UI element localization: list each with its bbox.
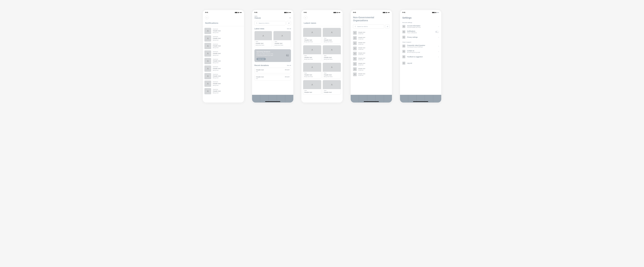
see-all-link[interactable]: See all — [287, 28, 291, 29]
notification-row[interactable]: Small text Header text Body text — [204, 43, 242, 49]
section-recent-donations: Recent donations — [254, 64, 269, 66]
donation-item[interactable]: Header text Date Amount — [254, 75, 291, 80]
donation-item[interactable]: Header text Date Amount — [254, 68, 291, 73]
news-image — [274, 31, 291, 40]
ngo-row[interactable]: Header text Small text — [353, 62, 390, 66]
news-header: Header text — [304, 39, 320, 41]
filter-button[interactable] — [286, 21, 291, 25]
notification-row[interactable]: Small text Header text Body text — [204, 35, 242, 41]
news-time: Time — [324, 72, 340, 74]
notification-body: Body text — [213, 54, 221, 56]
filter-button[interactable] — [385, 24, 390, 29]
search-input[interactable]: Search for NGO's — [353, 24, 384, 29]
ngo-row[interactable]: Header text Small text — [353, 72, 390, 76]
tab-1[interactable] — [400, 95, 408, 102]
news-card[interactable]: Time Header text Body text here — [303, 63, 321, 79]
news-image — [323, 63, 341, 72]
status-time: 9:41 — [254, 11, 258, 13]
notification-body: Body text — [213, 92, 221, 94]
notification-small: Small text — [213, 66, 221, 67]
ngo-row[interactable]: Header text Small text — [353, 41, 390, 45]
person-icon — [204, 35, 211, 41]
notification-body: Body text — [213, 47, 221, 48]
news-header: Header text — [304, 91, 320, 93]
news-image — [303, 28, 321, 37]
bell-icon[interactable] — [289, 17, 291, 19]
row-account-information[interactable]: Account information Personal details and… — [402, 25, 439, 28]
news-body: Body text here — [274, 44, 290, 46]
news-time: Time — [256, 41, 271, 42]
news-header: Header text — [274, 42, 290, 44]
chevron-right-icon: › — [438, 26, 439, 27]
notifications-toggle[interactable] — [435, 31, 439, 33]
person-icon — [204, 50, 211, 57]
notification-row[interactable]: Small text Header text Body text — [204, 50, 242, 57]
notification-row[interactable]: Small text Header text Body text — [204, 65, 242, 72]
ngo-small: Small text — [358, 69, 365, 71]
status-time: 9:41 — [402, 11, 405, 13]
person-icon — [204, 58, 211, 64]
donation-header: Header text — [256, 69, 264, 71]
news-body: Body text here — [304, 58, 320, 60]
back-button[interactable]: ← — [205, 16, 209, 19]
notification-row[interactable]: Small text Header text Body text — [204, 28, 242, 34]
news-image — [303, 80, 321, 89]
page-title: Settings — [402, 16, 439, 19]
search-input[interactable]: Search for NGO's — [254, 21, 286, 25]
notification-row[interactable]: Small text Header text Body text — [204, 73, 242, 79]
tab-1[interactable] — [252, 95, 260, 102]
row-faq[interactable]: Frequently Asked Question Find answers a… — [402, 44, 439, 47]
notification-row[interactable]: Small text Header text Body text — [204, 81, 242, 87]
ngo-row[interactable]: Header text Small text — [353, 36, 390, 40]
news-card[interactable]: Time Header text Body text here — [323, 63, 341, 79]
see-all-link[interactable]: See all — [287, 65, 291, 66]
ngo-row[interactable]: Header text Small text — [353, 67, 390, 71]
row-privacy[interactable]: Privacy settings › — [402, 36, 439, 39]
battery-icon: ▰▰ — [338, 12, 340, 13]
row-contact[interactable]: Contact us We will respond by email › — [402, 50, 439, 53]
news-card[interactable]: Time Header text — [323, 80, 341, 95]
ngo-small: Small text — [358, 64, 365, 65]
ngo-row[interactable]: Header text Small text — [353, 31, 390, 35]
search-icon — [256, 22, 258, 24]
notification-small: Small text — [213, 89, 221, 90]
notification-body: Body text — [213, 32, 221, 33]
statusbar: 9:41 ▮▮▮▮ ◉ ▰▰ — [301, 11, 343, 14]
notification-body: Body text — [213, 77, 221, 79]
tab-5[interactable] — [384, 95, 392, 102]
statusbar: 9:41 ▮▮▮▮ ◉ ▰▰ — [252, 11, 293, 14]
news-card[interactable]: Time Header text Body text here — [323, 28, 341, 44]
notification-row[interactable]: Small text Header text Body text — [204, 88, 242, 94]
row-notifications[interactable]: Notifications Pause notifications — [402, 30, 439, 33]
notification-header: Header text — [213, 75, 221, 77]
person-icon — [402, 62, 405, 65]
news-header: Header text — [324, 74, 340, 76]
news-time: Time — [304, 72, 320, 74]
person-icon — [353, 57, 357, 61]
news-card[interactable]: Time Header text Body text here — [273, 31, 291, 47]
notification-header: Header text — [213, 53, 221, 54]
tab-5[interactable] — [433, 95, 441, 102]
ngo-row[interactable]: Header text Small text — [353, 52, 390, 55]
ngo-row[interactable]: Header text Small text — [353, 57, 390, 61]
news-card[interactable]: Time Header text Body text here — [254, 31, 272, 47]
ngo-row[interactable]: Header text Small text — [353, 46, 390, 50]
tab-5[interactable] — [285, 95, 293, 102]
tab-1[interactable] — [351, 95, 359, 102]
news-card[interactable]: Time Header text Body text here — [303, 45, 321, 61]
banner-button[interactable]: Button here — [256, 58, 266, 60]
notification-body: Body text — [213, 85, 221, 86]
search-icon — [354, 26, 356, 27]
news-card[interactable]: Time Header text — [303, 80, 321, 95]
news-card[interactable]: Time Header text Body text here — [303, 28, 321, 44]
donation-header: Header text — [256, 76, 264, 78]
news-image — [323, 80, 341, 89]
news-body: Body text here — [304, 41, 320, 42]
row-feedback[interactable]: Feedback & suggestion › — [402, 55, 439, 58]
notification-row[interactable]: Small text Header text Body text — [204, 58, 242, 64]
row-logout[interactable]: Log out — [402, 62, 439, 65]
back-button[interactable]: ← — [304, 16, 308, 19]
news-image — [323, 45, 341, 54]
news-card[interactable]: Time Header text Body text here — [323, 45, 341, 61]
ngo-header: Header text — [358, 42, 365, 43]
